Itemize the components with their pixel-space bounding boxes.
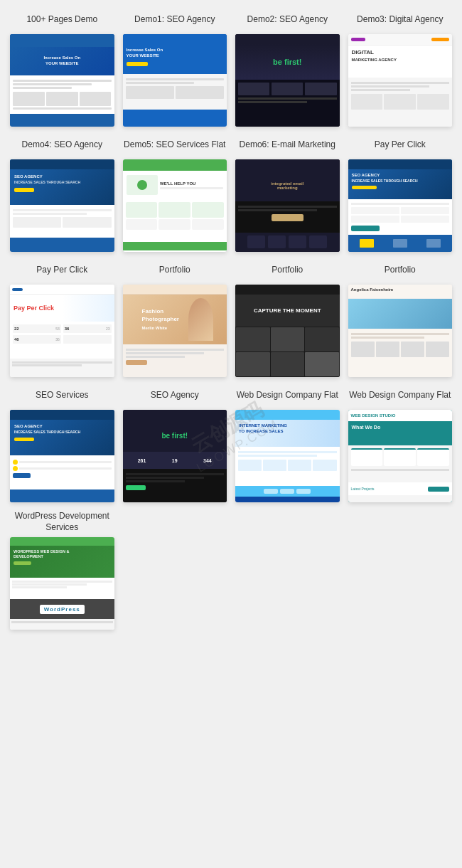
demo-thumb-4[interactable]: DIGITALMARKETING AGENCY (348, 34, 453, 127)
demo-thumb-2[interactable]: Increase Sales OnYOUR WEBSITE (123, 34, 227, 127)
demo-item-17[interactable]: WordPress Development Services WORDPRESS… (10, 511, 114, 630)
demo-label-8: Pay Per Click (375, 135, 426, 155)
demo-item-4[interactable]: Demo3: Digital Agency DIGITALMARKETING A… (348, 10, 453, 127)
demo-item-9[interactable]: Pay Per Click Pay Per Click 22 53 36 23 (10, 260, 114, 377)
demo-item-8[interactable]: Pay Per Click SEO AGENCYINCREASE SALES T… (348, 135, 453, 252)
demo-label-1: 100+ Pages Demo (26, 10, 97, 30)
demo-item-3[interactable]: Demo2: SEO Agency be first! (235, 10, 340, 127)
demo-item-14[interactable]: SEO Agency be first! 261 19 344 (123, 386, 227, 502)
demo-thumb-3[interactable]: be first! (235, 34, 340, 127)
demo-thumb-12[interactable]: Angelica Faisenheim (348, 285, 453, 377)
demo-item-2[interactable]: Demo1: SEO Agency Increase Sales OnYOUR … (123, 10, 227, 127)
demo-item-5[interactable]: Demo4: SEO Agency SEO AGENCYINCREASE SAL… (10, 135, 114, 252)
demo-thumb-7[interactable]: integrated emailmarketing (235, 159, 340, 252)
demo-thumb-10[interactable]: FashionPhotographerMerlin White (123, 285, 227, 377)
demo-item-1[interactable]: 100+ Pages Demo Increase Sales OnYOUR WE… (10, 10, 114, 127)
demo-item-12[interactable]: Portfolio Angelica Faisenheim (348, 260, 453, 377)
demo-thumb-5[interactable]: SEO AGENCYINCREASE SALES THROUGH SEARCH (10, 159, 114, 252)
demo-thumb-14[interactable]: be first! 261 19 344 (123, 410, 227, 502)
demo-label-6: Demo5: SEO Services Flat (124, 135, 225, 155)
demo-thumb-11[interactable]: CAPTURE THE MOMENT (235, 285, 340, 377)
demo-item-15[interactable]: Web Design Company Flat INTERNET MARKETI… (235, 386, 340, 502)
demo-item-6[interactable]: Demo5: SEO Services Flat WE'LL HELP YOU (123, 135, 227, 252)
demo-thumb-13[interactable]: SEO AGENCYINCREASE SALES THROUGH SEARCH (10, 410, 114, 502)
demo-label-13: SEO Services (36, 386, 89, 406)
demo-label-17: WordPress Development Services (10, 511, 114, 533)
demo-thumb-16[interactable]: WEB DESIGN STUDIO What We Do Latest Proj… (348, 410, 453, 502)
demo-label-15: Web Design Company Flat (237, 386, 338, 406)
demo-label-14: SEO Agency (151, 386, 199, 406)
demo-label-7: Demo6: E-mail Marketing (240, 135, 335, 155)
demo-label-11: Portfolio (272, 260, 303, 280)
demo-label-9: Pay Per Click (36, 260, 87, 280)
demo-label-2: Demo1: SEO Agency (134, 10, 215, 30)
demo-thumb-9[interactable]: Pay Per Click 22 53 36 23 46 36 (10, 285, 114, 377)
demo-label-3: Demo2: SEO Agency (247, 10, 328, 30)
demo-item-10[interactable]: Portfolio FashionPhotographerMerlin Whit… (123, 260, 227, 377)
demo-label-4: Demo3: Digital Agency (357, 10, 443, 30)
demo-label-16: Web Design Company Flat (349, 386, 451, 406)
demo-thumb-6[interactable]: WE'LL HELP YOU (123, 159, 227, 252)
demo-thumb-17[interactable]: WORDPRESS WEB DESIGN &DEVELOPMENT WordPr… (10, 537, 114, 630)
demo-label-10: Portfolio (159, 260, 190, 280)
demo-label-12: Portfolio (385, 260, 416, 280)
demo-item-13[interactable]: SEO Services SEO AGENCYINCREASE SALES TH… (10, 386, 114, 502)
demo-thumb-8[interactable]: SEO AGENCYINCREASE SALES THROUGH SEARCH (348, 159, 453, 252)
demo-thumb-1[interactable]: Increase Sales OnYOUR WEBSITE (10, 34, 114, 127)
demo-item-11[interactable]: Portfolio CAPTURE THE MOMENT (235, 260, 340, 377)
demo-item-7[interactable]: Demo6: E-mail Marketing integrated email… (235, 135, 340, 252)
demo-grid: 100+ Pages Demo Increase Sales OnYOUR WE… (0, 0, 462, 640)
demo-item-16[interactable]: Web Design Company Flat WEB DESIGN STUDI… (348, 386, 453, 502)
demo-label-5: Demo4: SEO Agency (22, 135, 102, 155)
demo-thumb-15[interactable]: INTERNET MARKETINGTO INCREASE SALES (235, 410, 340, 502)
